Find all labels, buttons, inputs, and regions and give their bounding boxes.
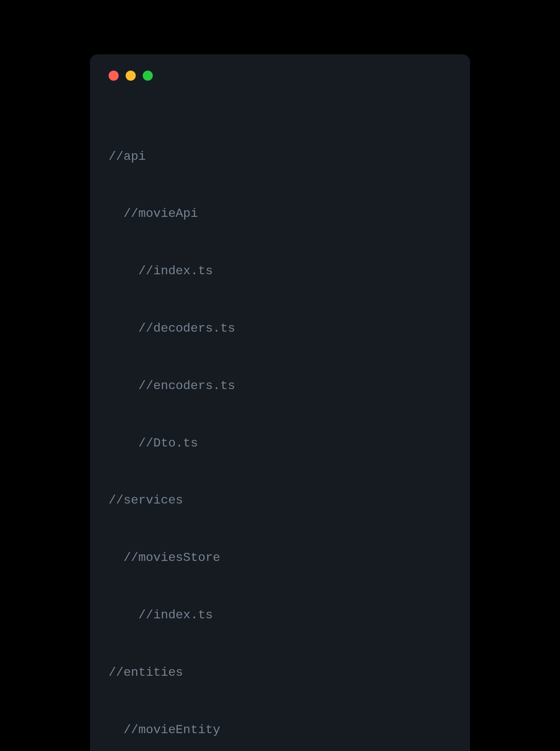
code-line: //moviesStore — [109, 548, 451, 567]
minimize-icon[interactable] — [126, 71, 136, 81]
code-line: //index.ts — [109, 261, 451, 280]
close-icon[interactable] — [109, 71, 119, 81]
code-line: //decoders.ts — [109, 319, 451, 338]
code-line: //api — [109, 147, 451, 166]
code-line: //Dto.ts — [109, 434, 451, 453]
code-line: //index.ts — [109, 606, 451, 625]
code-window: //api //movieApi //index.ts //decoders.t… — [90, 54, 470, 751]
maximize-icon[interactable] — [143, 71, 153, 81]
code-line: //movieApi — [109, 204, 451, 223]
code-line: //movieEntity — [109, 720, 451, 739]
code-line: //entities — [109, 663, 451, 682]
window-controls — [109, 71, 451, 81]
code-line: //services — [109, 491, 451, 510]
code-editor-content: //api //movieApi //index.ts //decoders.t… — [109, 109, 451, 751]
code-line: //encoders.ts — [109, 376, 451, 395]
